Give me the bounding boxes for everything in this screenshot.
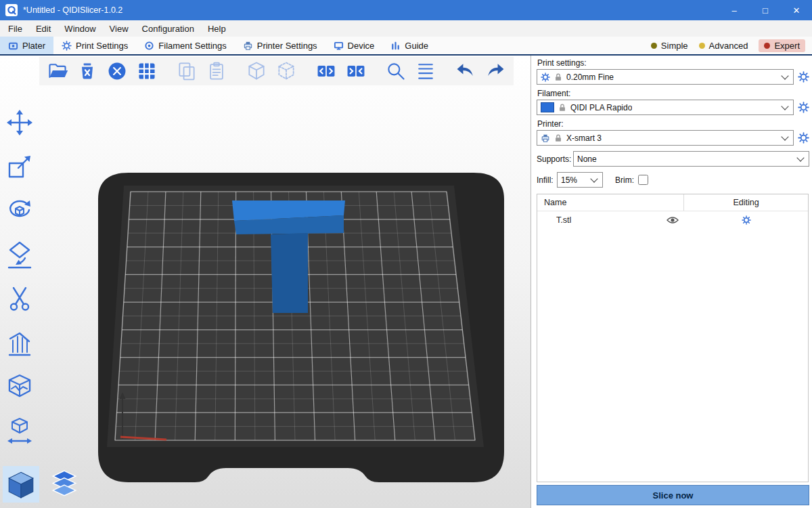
- menu-window[interactable]: Window: [58, 20, 102, 37]
- move-button[interactable]: [3, 106, 37, 140]
- brim-checkbox[interactable]: [638, 175, 648, 185]
- add-button[interactable]: [45, 59, 70, 83]
- menu-configuration[interactable]: Configuration: [135, 20, 201, 37]
- filament-color-swatch: [541, 102, 554, 112]
- menu-file[interactable]: File: [1, 20, 29, 37]
- app-icon: [5, 4, 18, 16]
- view-3d-button[interactable]: [3, 466, 39, 503]
- trash-icon: [76, 60, 98, 82]
- device-icon: [334, 41, 344, 51]
- eye-icon[interactable]: [667, 216, 679, 224]
- infill-label: Infill:: [537, 175, 557, 185]
- scale-button[interactable]: [3, 150, 37, 184]
- print-settings-combo[interactable]: 0.20mm Fine: [537, 69, 794, 85]
- minimize-button[interactable]: –: [719, 0, 750, 20]
- object-row[interactable]: T.stl: [537, 211, 808, 229]
- mode-simple[interactable]: Simple: [651, 41, 688, 51]
- supports-combo[interactable]: None: [573, 151, 809, 167]
- rotate-icon: [5, 196, 35, 226]
- printer-value: X-smart 3: [566, 133, 602, 143]
- folder-open-icon: [47, 60, 68, 82]
- add-instance-button[interactable]: [314, 59, 338, 83]
- paste-button[interactable]: [204, 59, 229, 83]
- split-to-objects-button[interactable]: [244, 59, 269, 83]
- cube-dashed-icon: [275, 60, 297, 82]
- mode-expert[interactable]: Expert: [759, 39, 805, 52]
- window-title: *Untitled - QIDISlicer-1.0.2: [23, 5, 122, 15]
- print-settings-gear-button[interactable]: [798, 71, 809, 83]
- filament-gear-button[interactable]: [798, 102, 809, 113]
- tab-filament-settings[interactable]: Filament Settings: [136, 37, 234, 54]
- tab-label: Guide: [405, 41, 428, 51]
- printer-icon: [541, 133, 550, 143]
- column-name: Name: [537, 198, 660, 207]
- menu-view[interactable]: View: [103, 20, 135, 37]
- undo-button[interactable]: [453, 59, 478, 83]
- scene: [0, 56, 531, 508]
- object-list-header: Name Editing: [537, 194, 808, 211]
- slice-now-button[interactable]: Slice now: [537, 485, 809, 505]
- simple-dot-icon: [651, 43, 657, 49]
- copy-button[interactable]: [175, 59, 199, 83]
- tab-label: Plater: [22, 41, 45, 51]
- tab-printer-settings[interactable]: Printer Settings: [235, 37, 325, 54]
- print-settings-label: Print settings:: [537, 58, 808, 68]
- cut-button[interactable]: [3, 282, 37, 316]
- paint-supports-button[interactable]: [3, 326, 37, 360]
- mode-label: Simple: [661, 41, 688, 51]
- viewport-3d[interactable]: [0, 56, 531, 508]
- cube-3d-icon: [5, 469, 37, 500]
- maximize-button[interactable]: □: [750, 0, 781, 20]
- print-settings-icon: [62, 41, 72, 51]
- titlebar[interactable]: *Untitled - QIDISlicer-1.0.2 – □ ✕: [0, 0, 812, 20]
- tab-plater[interactable]: Plater: [0, 37, 53, 54]
- printer-icon: [243, 41, 253, 51]
- delete-button[interactable]: [75, 59, 99, 83]
- lock-icon: [558, 103, 567, 112]
- rotate-button[interactable]: [3, 194, 37, 228]
- mode-label: Expert: [774, 41, 800, 51]
- printer-gear-button[interactable]: [798, 132, 809, 144]
- flatten-icon: [5, 240, 35, 270]
- infill-combo[interactable]: 15%: [557, 172, 603, 188]
- split-to-parts-button[interactable]: [274, 59, 298, 83]
- filament-label: Filament:: [537, 89, 808, 98]
- mode-advanced[interactable]: Advanced: [699, 41, 748, 51]
- chevron-down-icon: [781, 102, 788, 110]
- move-icon: [5, 108, 35, 137]
- layers-lines-icon: [415, 60, 436, 82]
- tab-print-settings[interactable]: Print Settings: [53, 37, 136, 54]
- close-button[interactable]: ✕: [781, 0, 812, 20]
- editing-icon[interactable]: [742, 215, 751, 225]
- variable-layer-height-button[interactable]: [413, 59, 438, 83]
- tab-guide[interactable]: Guide: [382, 37, 436, 54]
- object-list: Name Editing T.stl: [537, 194, 809, 482]
- plater-toolbar: [39, 57, 514, 85]
- redo-button[interactable]: [483, 59, 508, 83]
- printer-combo[interactable]: X-smart 3: [537, 130, 794, 146]
- delete-all-button[interactable]: [105, 59, 129, 83]
- app-window: *Untitled - QIDISlicer-1.0.2 – □ ✕ File …: [0, 0, 812, 508]
- tabbar: Plater Print Settings Filament Settings …: [0, 37, 812, 56]
- menu-help[interactable]: Help: [201, 20, 233, 37]
- filament-combo[interactable]: QIDI PLA Rapido: [537, 100, 794, 115]
- place-on-face-button[interactable]: [3, 238, 37, 272]
- preview-layers-button[interactable]: [46, 466, 83, 503]
- menu-edit[interactable]: Edit: [29, 20, 58, 37]
- measure-button[interactable]: [3, 414, 37, 448]
- chevron-down-icon: [781, 72, 788, 79]
- view-mode-switcher: [3, 466, 83, 503]
- layers-stack-icon: [49, 469, 80, 500]
- remove-instance-button[interactable]: [344, 59, 368, 83]
- search-button[interactable]: [384, 59, 408, 83]
- seam-painting-button[interactable]: [3, 370, 37, 404]
- tab-label: Device: [348, 41, 375, 51]
- mode-label: Advanced: [709, 41, 748, 51]
- undo-icon: [455, 60, 476, 82]
- scissors-icon: [5, 284, 35, 314]
- arrange-button[interactable]: [135, 59, 159, 83]
- menubar: File Edit Window View Configuration Help: [0, 20, 812, 37]
- chevron-down-icon: [796, 154, 804, 161]
- tab-label: Print Settings: [76, 41, 128, 51]
- tab-device[interactable]: Device: [325, 37, 383, 54]
